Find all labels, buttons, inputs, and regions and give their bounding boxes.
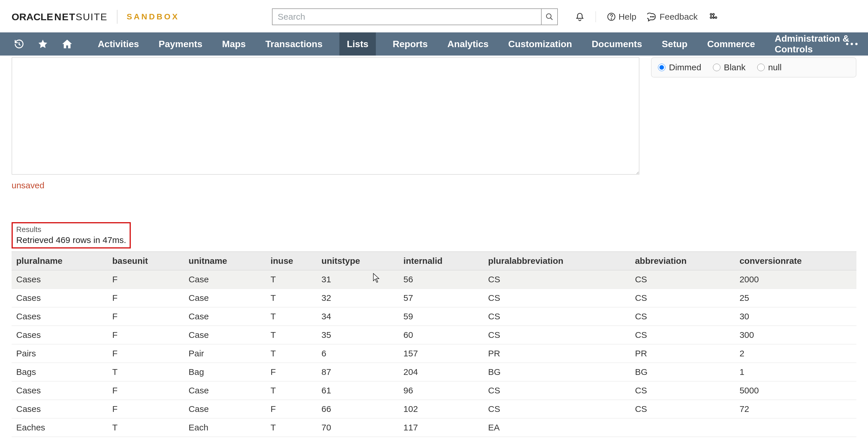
nav-item-analytics[interactable]: Analytics: [444, 32, 491, 56]
table-cell: CS: [484, 270, 630, 289]
column-header-inuse[interactable]: inuse: [266, 252, 317, 270]
bell-icon: [575, 12, 585, 22]
table-cell: PR: [484, 437, 630, 442]
table-body: CasesFCaseT3156CSCS2000CasesFCaseT3257CS…: [11, 270, 857, 442]
nav-item-activities[interactable]: Activities: [95, 32, 142, 56]
table-cell: Cases: [11, 289, 107, 307]
nav-item-administration-controls[interactable]: Administration & Controls: [772, 32, 854, 56]
table-cell: F: [266, 400, 317, 418]
svg-point-6: [654, 17, 654, 17]
table-cell: T: [266, 418, 317, 437]
table-row[interactable]: PairsFPairT6157PRPR2: [11, 344, 857, 363]
column-header-abbreviation[interactable]: abbreviation: [630, 252, 735, 270]
table-row[interactable]: CasesFCaseF66102CSCS72: [11, 400, 857, 418]
history-button[interactable]: [14, 39, 24, 49]
table-row[interactable]: CasesFCaseT3459CSCS30: [11, 307, 857, 326]
table-cell: PR: [484, 344, 630, 363]
nav-item-transactions[interactable]: Transactions: [262, 32, 325, 56]
table-cell: [630, 418, 735, 437]
favorites-button[interactable]: [38, 39, 48, 49]
table-cell: Pair: [184, 437, 266, 442]
query-editor[interactable]: [11, 57, 640, 175]
brand-netsuite-bold: NET: [54, 11, 76, 22]
column-header-unitstype[interactable]: unitstype: [317, 252, 399, 270]
nav-item-commerce[interactable]: Commerce: [704, 32, 758, 56]
nav-item-reports[interactable]: Reports: [390, 32, 431, 56]
nav-item-documents[interactable]: Documents: [589, 32, 645, 56]
column-header-pluralname[interactable]: pluralname: [11, 252, 107, 270]
table-cell: Each: [184, 418, 266, 437]
table-cell: Case: [184, 307, 266, 326]
table-row[interactable]: CasesFCaseT3156CSCS2000: [11, 270, 857, 289]
results-header-highlight: Results Retrieved 469 rows in 47ms.: [11, 222, 131, 249]
table-cell: F: [107, 400, 184, 418]
column-header-unitname[interactable]: unitname: [184, 252, 266, 270]
nav-item-setup[interactable]: Setup: [659, 32, 690, 56]
option-radio-null[interactable]: [757, 64, 765, 71]
svg-point-4: [650, 17, 651, 17]
table-cell: Cases: [11, 381, 107, 400]
nav-item-customization[interactable]: Customization: [505, 32, 575, 56]
nav-item-lists[interactable]: Lists: [339, 32, 376, 56]
table-cell: 25: [735, 289, 857, 307]
table-cell: 59: [399, 307, 484, 326]
table-cell: CS: [630, 307, 735, 326]
apps-button[interactable]: [709, 12, 718, 22]
feedback-label: Feedback: [659, 12, 698, 22]
table-cell: F: [107, 381, 184, 400]
notification-button[interactable]: [575, 12, 585, 22]
table-row[interactable]: CasesFCaseT3560CSCS300: [11, 326, 857, 344]
apps-icon: [709, 12, 718, 22]
table-row[interactable]: CasesFCaseT6196CSCS5000: [11, 381, 857, 400]
search-input[interactable]: [272, 8, 541, 25]
table-cell: 70: [317, 418, 399, 437]
table-cell: 30: [735, 307, 857, 326]
table-cell: T: [266, 326, 317, 344]
table-cell: CS: [630, 270, 735, 289]
table-cell: Cases: [11, 270, 107, 289]
brand-netsuite-thin: SUITE: [76, 11, 107, 22]
help-icon: [607, 12, 616, 21]
column-header-internalid[interactable]: internalid: [399, 252, 484, 270]
option-blank[interactable]: Blank: [713, 62, 746, 72]
column-header-conversionrate[interactable]: conversionrate: [735, 252, 857, 270]
table-cell: Case: [184, 400, 266, 418]
content: DimmedBlanknull unsaved Results Retrieve…: [0, 57, 868, 442]
column-header-baseunit[interactable]: baseunit: [107, 252, 184, 270]
svg-line-1: [550, 18, 552, 20]
feedback-button[interactable]: Feedback: [647, 12, 698, 22]
table-row[interactable]: CasesFCaseT3257CSCS25: [11, 289, 857, 307]
table-cell: F: [107, 344, 184, 363]
column-header-pluralabbreviation[interactable]: pluralabbreviation: [484, 252, 630, 270]
table-cell: T: [266, 289, 317, 307]
table-cell: CS: [484, 326, 630, 344]
table-cell: F: [266, 363, 317, 381]
table-row[interactable]: EachesTEachT70117EA: [11, 418, 857, 437]
star-icon: [38, 39, 48, 49]
nav-item-payments[interactable]: Payments: [156, 32, 205, 56]
table-cell: T: [266, 307, 317, 326]
header-actions: Help Feedback: [575, 11, 718, 22]
table-cell: 61: [317, 381, 399, 400]
option-radio-dimmed[interactable]: [658, 64, 665, 71]
option-dimmed[interactable]: Dimmed: [658, 62, 701, 72]
svg-point-8: [713, 13, 714, 15]
option-radio-blank[interactable]: [713, 64, 720, 71]
nav-overflow-button[interactable]: [846, 43, 858, 45]
table-cell: 204: [399, 363, 484, 381]
search-button[interactable]: [541, 8, 558, 25]
home-button[interactable]: [61, 38, 73, 50]
table-cell: Case: [184, 326, 266, 344]
option-null[interactable]: null: [757, 62, 782, 72]
table-row[interactable]: PairsFPairT70118PR: [11, 437, 857, 442]
nav-item-maps[interactable]: Maps: [219, 32, 249, 56]
table-cell: Pairs: [11, 344, 107, 363]
table-row[interactable]: BagsTBagF87204BGBG1: [11, 363, 857, 381]
env-badge: SANDBOX: [127, 12, 179, 22]
brand-netsuite: NETSUITE: [54, 11, 107, 23]
table-cell: [630, 437, 735, 442]
table-cell: Bags: [11, 363, 107, 381]
table-cell: Pairs: [11, 437, 107, 442]
table-cell: CS: [484, 381, 630, 400]
help-button[interactable]: Help: [607, 12, 637, 22]
